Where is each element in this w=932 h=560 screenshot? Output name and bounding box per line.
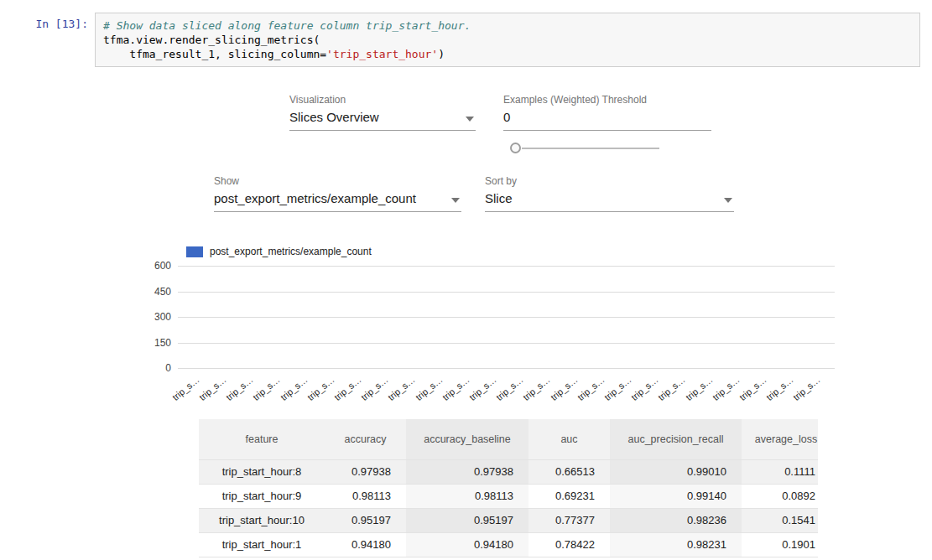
threshold-input[interactable]: 0 (503, 110, 711, 131)
code-cell[interactable]: # Show data sliced along feature column … (95, 13, 920, 67)
metric-cell: 0.98236 (610, 508, 742, 532)
metric-cell: 0.78422 (528, 532, 610, 557)
chevron-down-icon (724, 198, 732, 203)
chevron-down-icon (451, 198, 460, 203)
feature-cell: trip_start_hour:9 (199, 484, 325, 508)
table-row: trip_start_hour:100.951970.951970.773770… (199, 508, 818, 532)
metric-cell: 0.95197 (325, 508, 406, 532)
metric-cell: 0.94180 (325, 532, 406, 557)
y-tick-label: 300 (133, 311, 171, 323)
metric-cell: 0.1111 (742, 459, 818, 484)
metric-cell: 0.97938 (325, 459, 406, 484)
table-header-row: featureaccuracyaccuracy_baselineaucauc_p… (199, 419, 818, 459)
metric-cell: 0.0892 (742, 484, 818, 508)
y-tick-label: 150 (133, 337, 171, 349)
threshold-value: 0 (503, 110, 510, 124)
slider-track[interactable] (522, 148, 659, 149)
threshold-control: Examples (Weighted) Threshold 0 (503, 94, 711, 131)
column-header: accuracy_baseline (406, 419, 528, 459)
code-line-3-post: ) (438, 48, 445, 60)
bars (178, 266, 835, 368)
metric-cell: 0.98231 (610, 532, 742, 557)
metrics-table: featureaccuracyaccuracy_baselineaucauc_p… (199, 419, 818, 557)
x-tick-label: trip_s… (170, 374, 201, 402)
legend-label: post_export_metrics/example_count (210, 246, 372, 257)
column-header: auc_precision_recall (610, 419, 742, 459)
table-row: trip_start_hour:10.941800.941800.784220.… (199, 532, 818, 557)
y-tick-label: 600 (133, 260, 171, 272)
feature-cell: trip_start_hour:1 (199, 532, 325, 557)
y-axis: 0150300450600 (133, 266, 171, 368)
metric-cell: 0.77377 (528, 508, 610, 532)
tfma-notebook-view: In [13]: # Show data sliced along featur… (0, 0, 932, 560)
x-tick: trip_s… (804, 370, 830, 400)
metric-cell: 0.99140 (610, 484, 742, 508)
show-label: Show (214, 175, 461, 187)
metric-cell: 0.1541 (742, 508, 818, 532)
bar-chart-plot-area (178, 266, 835, 368)
sort-by-label: Sort by (485, 175, 734, 187)
column-header: average_loss (742, 419, 818, 459)
feature-cell: trip_start_hour:8 (199, 459, 325, 484)
cell-prompt: In [13]: (0, 18, 88, 30)
legend-swatch (186, 246, 203, 257)
metric-cell: 0.69231 (528, 484, 610, 508)
visualization-control: Visualization Slices Overview (289, 94, 476, 131)
threshold-slider[interactable] (510, 142, 659, 155)
code-string-literal: 'trip_start_hour' (326, 48, 438, 60)
visualization-dropdown[interactable]: Slices Overview (289, 110, 476, 131)
threshold-label: Examples (Weighted) Threshold (503, 94, 711, 106)
show-value: post_export_metrics/example_count (214, 191, 416, 205)
show-dropdown[interactable]: post_export_metrics/example_count (214, 191, 461, 212)
chart-legend: post_export_metrics/example_count (186, 246, 372, 257)
metric-cell: 0.97938 (406, 459, 528, 484)
code-line-3-pre: tfma_result_1, slicing_column= (103, 48, 326, 60)
metric-cell: 0.98113 (406, 484, 528, 508)
table-row: trip_start_hour:80.979380.979380.665130.… (199, 459, 818, 484)
sort-by-value: Slice (485, 191, 513, 205)
code-editor[interactable]: # Show data sliced along feature column … (103, 18, 912, 61)
table-body: trip_start_hour:80.979380.979380.665130.… (199, 459, 818, 557)
metrics-table-container: featureaccuracyaccuracy_baselineaucauc_p… (199, 419, 818, 560)
x-axis-labels: trip_s…trip_s…trip_s…trip_s…trip_s…trip_… (178, 370, 835, 400)
table-row: trip_start_hour:90.981130.981130.692310.… (199, 484, 818, 508)
metric-cell: 0.98113 (325, 484, 406, 508)
sort-by-dropdown[interactable]: Slice (485, 191, 734, 212)
metric-cell: 0.95197 (406, 508, 528, 532)
chevron-down-icon (466, 117, 474, 122)
code-line-2: tfma.view.render_slicing_metrics( (103, 34, 320, 46)
gridline (178, 368, 835, 369)
y-tick-label: 0 (133, 362, 171, 374)
column-header: accuracy (325, 419, 406, 459)
metric-cell: 0.94180 (406, 532, 528, 557)
y-tick-label: 450 (133, 286, 171, 298)
feature-cell: trip_start_hour:10 (199, 508, 325, 532)
visualization-value: Slices Overview (289, 110, 379, 124)
visualization-label: Visualization (289, 94, 476, 106)
metric-cell: 0.66513 (528, 459, 610, 484)
show-control: Show post_export_metrics/example_count (214, 175, 461, 212)
metric-cell: 0.1901 (742, 532, 818, 557)
column-header: auc (528, 419, 610, 459)
slider-thumb[interactable] (510, 143, 521, 153)
sort-by-control: Sort by Slice (485, 175, 734, 212)
column-header: feature (199, 419, 325, 459)
metric-cell: 0.99010 (610, 459, 742, 484)
code-comment: # Show data sliced along feature column … (103, 19, 471, 32)
